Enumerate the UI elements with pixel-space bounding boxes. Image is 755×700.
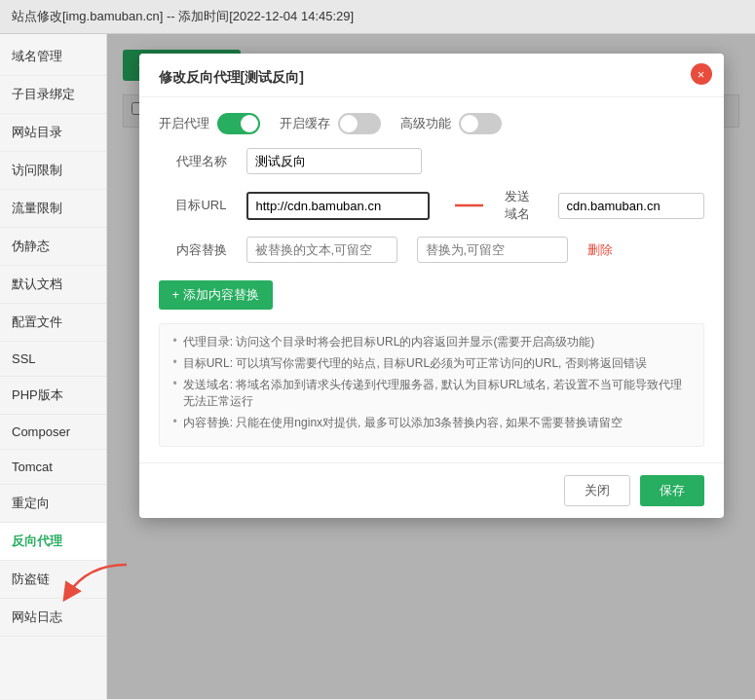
sidebar-item-tomcat[interactable]: Tomcat bbox=[0, 450, 106, 485]
toggle-row: 开启代理 开启缓存 高级功能 bbox=[159, 113, 704, 134]
red-arrow-icon bbox=[451, 194, 483, 217]
enable-cache-toggle[interactable] bbox=[338, 113, 381, 134]
footer-close-button[interactable]: 关闭 bbox=[564, 475, 630, 506]
sidebar-item-fakestatic[interactable]: 伪静态 bbox=[0, 228, 106, 266]
sidebar-item-hotlink[interactable]: 防盗链 bbox=[0, 561, 106, 599]
content-replace-row: 内容替换 删除 bbox=[159, 237, 704, 263]
add-content-replace-row: + 添加内容替换 bbox=[159, 276, 704, 310]
replace-to-input[interactable] bbox=[417, 237, 568, 263]
tip-item-2: 发送域名: 将域名添加到请求头传递到代理服务器, 默认为目标URL域名, 若设置… bbox=[173, 377, 690, 410]
tip-item-0: 代理目录: 访问这个目录时将会把目标URL的内容返回并显示(需要开启高级功能) bbox=[173, 334, 690, 350]
replace-from-input[interactable] bbox=[246, 237, 397, 263]
modal-body: 开启代理 开启缓存 高级功能 代 bbox=[139, 97, 724, 462]
tips-section: 代理目录: 访问这个目录时将会把目标URL的内容返回并显示(需要开启高级功能)目… bbox=[159, 323, 704, 447]
advanced-func-label: 高级功能 bbox=[400, 115, 451, 132]
sidebar-item-defaultdoc[interactable]: 默认文档 bbox=[0, 266, 106, 304]
sidebar-item-reverseproxy[interactable]: 反向代理 bbox=[0, 523, 106, 561]
sidebar-item-phpver[interactable]: PHP版本 bbox=[0, 377, 106, 415]
proxy-name-input[interactable] bbox=[246, 148, 422, 174]
modal-close-button[interactable]: × bbox=[691, 63, 712, 85]
enable-cache-label: 开启缓存 bbox=[280, 115, 330, 132]
sidebar-item-config[interactable]: 配置文件 bbox=[0, 304, 106, 342]
modal: 修改反向代理[测试反向] × 开启代理 开启缓存 bbox=[139, 54, 724, 518]
enable-proxy-label: 开启代理 bbox=[159, 115, 209, 132]
sidebar-item-ssl[interactable]: SSL bbox=[0, 342, 106, 377]
sidebar-item-sitedir[interactable]: 网站目录 bbox=[0, 114, 106, 152]
proxy-name-row: 代理名称 bbox=[159, 148, 704, 174]
sidebar-item-subdir[interactable]: 子目录绑定 bbox=[0, 76, 106, 114]
target-url-label: 目标URL bbox=[159, 197, 227, 214]
enable-proxy-group: 开启代理 bbox=[159, 113, 260, 134]
sidebar-item-sitelog[interactable]: 网站日志 bbox=[0, 599, 106, 637]
tip-item-1: 目标URL: 可以填写你需要代理的站点, 目标URL必须为可正常访问的URL, … bbox=[173, 355, 690, 372]
sidebar-item-domain[interactable]: 域名管理 bbox=[0, 38, 106, 76]
sidebar-item-access[interactable]: 访问限制 bbox=[0, 152, 106, 190]
sidebar-item-composer[interactable]: Composer bbox=[0, 415, 106, 450]
modal-footer: 关闭 保存 bbox=[139, 462, 724, 518]
target-url-input[interactable] bbox=[246, 192, 430, 220]
tip-item-3: 内容替换: 只能在使用nginx对提供, 最多可以添加3条替换内容, 如果不需要… bbox=[173, 415, 690, 431]
advanced-func-group: 高级功能 bbox=[400, 113, 502, 134]
proxy-name-label: 代理名称 bbox=[159, 153, 227, 170]
sidebar-item-traffic[interactable]: 流量限制 bbox=[0, 190, 106, 228]
sidebar: 域名管理子目录绑定网站目录访问限制流量限制伪静态默认文档配置文件SSLPHP版本… bbox=[0, 34, 107, 699]
content-area: + 添加反向代理 名称代理目录目标url缓存状态操作 修改反向代理[测试反向] … bbox=[107, 34, 755, 699]
title-bar: 站点修改[img.bamuban.cn] -- 添加时间[2022-12-04 … bbox=[0, 0, 755, 34]
send-domain-label: 发送域名 bbox=[505, 188, 539, 223]
advanced-func-toggle[interactable] bbox=[459, 113, 502, 134]
modal-overlay: 修改反向代理[测试反向] × 开启代理 开启缓存 bbox=[107, 34, 755, 699]
modal-title: 修改反向代理[测试反向] bbox=[139, 54, 724, 97]
sidebar-item-redirect[interactable]: 重定向 bbox=[0, 485, 106, 523]
title-text: 站点修改[img.bamuban.cn] -- 添加时间[2022-12-04 … bbox=[12, 9, 354, 23]
send-domain-input[interactable] bbox=[558, 193, 704, 219]
enable-proxy-toggle[interactable] bbox=[217, 113, 260, 134]
content-replace-label: 内容替换 bbox=[159, 241, 227, 259]
delete-replace-button[interactable]: 删除 bbox=[587, 241, 613, 259]
add-content-replace-button[interactable]: + 添加内容替换 bbox=[159, 280, 273, 310]
enable-cache-group: 开启缓存 bbox=[280, 113, 381, 134]
footer-save-button[interactable]: 保存 bbox=[640, 475, 704, 506]
target-url-row: 目标URL 发送域名 bbox=[159, 188, 704, 223]
